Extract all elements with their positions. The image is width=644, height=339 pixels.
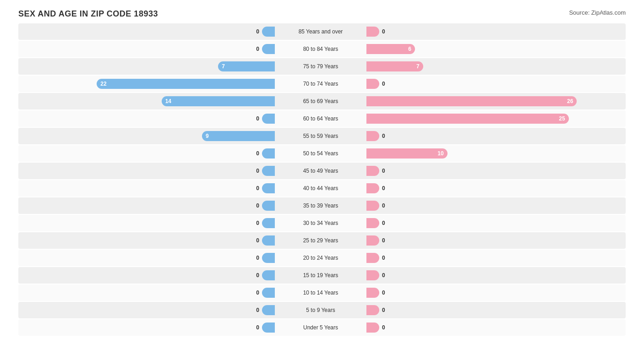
female-value-zero: 0 <box>382 168 385 174</box>
male-section: 9 <box>18 128 275 144</box>
bar-row: 060 to 64 Years25 <box>18 110 626 127</box>
female-section: 6 <box>366 41 623 57</box>
female-bar: 10 <box>366 148 448 159</box>
female-value-zero: 0 <box>382 185 385 191</box>
male-section: 22 <box>18 76 275 92</box>
male-value-zero: 0 <box>256 28 259 35</box>
female-value: 10 <box>437 150 443 157</box>
male-section: 0 <box>18 267 275 284</box>
age-label: 65 to 69 Years <box>299 96 343 106</box>
age-label-section: 50 to 54 Years <box>275 148 366 159</box>
female-value-zero: 0 <box>382 255 385 261</box>
male-bar <box>262 201 275 211</box>
female-bar <box>366 131 379 141</box>
male-section: 0 <box>18 284 275 301</box>
source-text: Source: ZipAtlas.com <box>569 9 626 16</box>
age-label: 5 to 9 Years <box>301 305 339 315</box>
female-bar <box>366 27 379 37</box>
bar-row: 040 to 44 Years0 <box>18 180 626 197</box>
age-label-section: 85 Years and over <box>275 27 366 37</box>
male-value-zero: 0 <box>256 290 259 296</box>
age-label: 25 to 29 Years <box>299 235 343 246</box>
chart-container: SEX AND AGE IN ZIP CODE 18933 Source: Zi… <box>0 0 644 339</box>
age-label: 40 to 44 Years <box>299 183 343 193</box>
age-label-section: 40 to 44 Years <box>275 183 366 193</box>
male-bar <box>262 288 275 298</box>
male-value: 14 <box>165 98 171 104</box>
age-label-section: 15 to 19 Years <box>275 270 366 280</box>
female-section: 26 <box>366 93 623 109</box>
bar-row: 2270 to 74 Years0 <box>18 76 626 92</box>
age-label-section: 35 to 39 Years <box>275 201 366 211</box>
male-bar <box>262 253 275 263</box>
female-bar <box>366 79 379 89</box>
male-section: 7 <box>18 58 275 75</box>
female-bar: 7 <box>366 61 423 71</box>
male-section: 0 <box>18 163 275 179</box>
bar-row: 015 to 19 Years0 <box>18 267 626 284</box>
female-section: 0 <box>366 267 623 284</box>
male-bar <box>262 323 275 333</box>
age-label-section: 60 to 64 Years <box>275 114 366 124</box>
female-section: 0 <box>366 232 623 249</box>
bar-row: 0Under 5 Years0 <box>18 319 626 336</box>
female-bar <box>366 305 379 315</box>
female-bar <box>366 166 379 176</box>
female-value-zero: 0 <box>382 307 385 313</box>
chart-area: 085 Years and over0080 to 84 Years6775 t… <box>18 23 626 337</box>
age-label: 45 to 49 Years <box>299 166 343 176</box>
female-section: 7 <box>366 58 623 75</box>
male-section: 14 <box>18 93 275 109</box>
male-bar <box>262 183 275 193</box>
age-label: 30 to 34 Years <box>299 218 343 228</box>
male-section: 0 <box>18 302 275 318</box>
male-section: 0 <box>18 41 275 57</box>
female-value-zero: 0 <box>382 237 385 244</box>
male-bar <box>262 148 275 159</box>
female-value: 6 <box>408 46 411 52</box>
bar-row: 05 to 9 Years0 <box>18 302 626 318</box>
female-value-zero: 0 <box>382 202 385 209</box>
female-bar <box>366 323 379 333</box>
male-section: 0 <box>18 232 275 249</box>
female-bar: 26 <box>366 96 577 106</box>
male-section: 0 <box>18 110 275 127</box>
age-label-section: 20 to 24 Years <box>275 253 366 263</box>
age-label: 85 Years and over <box>294 27 348 37</box>
age-label: Under 5 Years <box>299 323 343 333</box>
female-bar: 25 <box>366 114 569 124</box>
chart-title: SEX AND AGE IN ZIP CODE 18933 <box>18 9 158 19</box>
male-value-zero: 0 <box>256 324 259 331</box>
male-bar <box>262 305 275 315</box>
male-value-zero: 0 <box>256 202 259 209</box>
age-label-section: 75 to 79 Years <box>275 61 366 71</box>
male-bar <box>262 27 275 37</box>
male-value-zero: 0 <box>256 272 259 279</box>
age-label-section: 70 to 74 Years <box>275 79 366 89</box>
female-section: 0 <box>366 197 623 214</box>
female-value-zero: 0 <box>382 133 385 139</box>
male-section: 0 <box>18 180 275 197</box>
bar-row: 020 to 24 Years0 <box>18 250 626 266</box>
female-section: 0 <box>366 302 623 318</box>
bar-row: 030 to 34 Years0 <box>18 215 626 231</box>
male-bar <box>262 114 275 124</box>
female-bar <box>366 253 379 263</box>
female-bar <box>366 183 379 193</box>
male-value-zero: 0 <box>256 307 259 313</box>
male-section: 0 <box>18 319 275 336</box>
age-label-section: 45 to 49 Years <box>275 166 366 176</box>
female-value-zero: 0 <box>382 290 385 296</box>
male-value: 22 <box>100 81 106 87</box>
male-value: 7 <box>222 63 225 70</box>
age-label: 10 to 14 Years <box>299 288 343 298</box>
male-value-zero: 0 <box>256 115 259 122</box>
male-section: 0 <box>18 250 275 266</box>
bar-row: 080 to 84 Years6 <box>18 41 626 57</box>
age-label-section: 10 to 14 Years <box>275 288 366 298</box>
female-value: 25 <box>559 115 565 122</box>
female-bar: 6 <box>366 44 415 54</box>
age-label-section: Under 5 Years <box>275 323 366 333</box>
female-section: 0 <box>366 23 623 40</box>
male-section: 0 <box>18 197 275 214</box>
